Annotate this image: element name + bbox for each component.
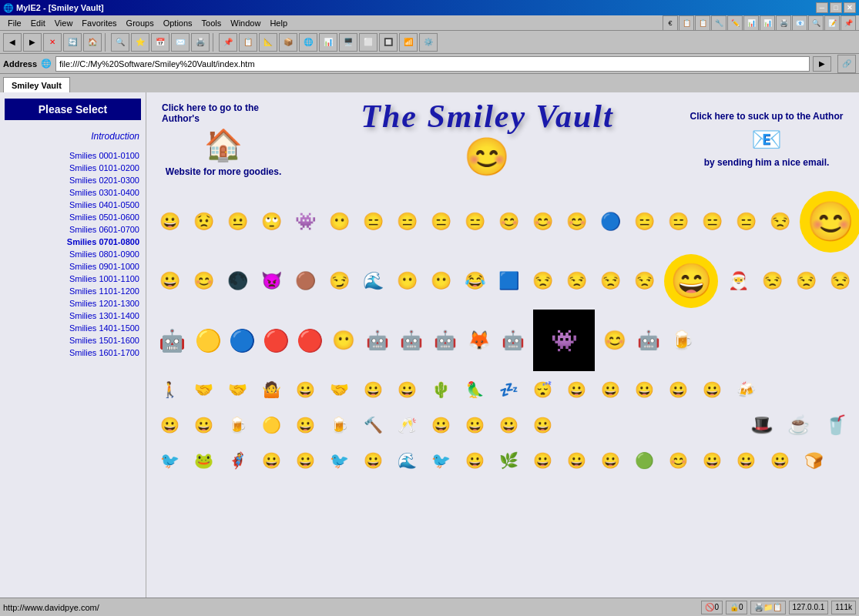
bird-006[interactable]: 🐦 xyxy=(322,444,356,477)
menu-tools[interactable]: Tools xyxy=(197,17,226,29)
char-012[interactable]: 😊 xyxy=(598,323,632,357)
smiley-116[interactable]: 🎅 xyxy=(721,264,755,298)
smiley-105[interactable]: 🟤 xyxy=(288,264,322,298)
sidebar-intro-link[interactable]: Introduction xyxy=(0,128,146,145)
large-smiley-1[interactable]: 😊 xyxy=(800,191,859,253)
anim-014[interactable]: 😀 xyxy=(593,373,627,407)
print-button[interactable]: 🖨️ xyxy=(191,33,210,52)
extra-btn-3[interactable]: 📐 xyxy=(259,33,277,52)
forward-button[interactable]: ▶ xyxy=(23,33,42,52)
bird-015[interactable]: 🟢 xyxy=(627,444,661,477)
address-input[interactable] xyxy=(55,56,810,72)
sidebar-link-0301[interactable]: Smilies 0301-0400 xyxy=(0,186,146,199)
anim-012[interactable]: 😴 xyxy=(525,373,559,407)
sidebar-link-0801[interactable]: Smilies 0801-0900 xyxy=(0,248,146,260)
smiley-117[interactable]: 😒 xyxy=(755,264,789,298)
minimize-button[interactable]: ─ xyxy=(816,2,828,13)
smiley-009[interactable]: 😑 xyxy=(424,205,458,239)
extra-btn-1[interactable]: 📌 xyxy=(219,33,237,52)
char-011[interactable]: 🤖 xyxy=(496,323,530,357)
author-site-link[interactable]: Click here to go to the Author's xyxy=(162,102,285,124)
smiley-016[interactable]: 😑 xyxy=(661,205,695,239)
extra-btn-4[interactable]: 📦 xyxy=(279,33,297,52)
anim-006[interactable]: 🤝 xyxy=(322,373,356,407)
anim-013[interactable]: 😀 xyxy=(559,373,593,407)
anim-009[interactable]: 🌵 xyxy=(424,373,458,407)
anim-010[interactable]: 🦜 xyxy=(458,373,492,407)
sidebar-link-0201[interactable]: Smilies 0201-0300 xyxy=(0,174,146,186)
toolbar-icon-6[interactable]: 📊 xyxy=(743,15,759,31)
obj-007[interactable]: 🔨 xyxy=(356,408,390,442)
menu-options[interactable]: Options xyxy=(159,17,197,29)
sidebar-link-1001[interactable]: Smilies 1001-1100 xyxy=(0,273,146,285)
smiley-003[interactable]: 😐 xyxy=(220,205,254,239)
author-email-link[interactable]: Click here to suck up to the Author xyxy=(690,111,844,122)
char-006[interactable]: 😶 xyxy=(327,323,361,357)
extra-btn-10[interactable]: 📶 xyxy=(399,33,418,52)
obj-002[interactable]: 😀 xyxy=(186,408,220,442)
anim-004[interactable]: 🤷 xyxy=(254,373,288,407)
sidebar-link-0701[interactable]: Smilies 0701-0800 xyxy=(0,236,146,248)
menu-favorites[interactable]: Favorites xyxy=(77,17,121,29)
anim-008[interactable]: 😀 xyxy=(390,373,424,407)
char-004[interactable]: 🔴 xyxy=(259,323,293,357)
smiley-102[interactable]: 😊 xyxy=(186,264,220,298)
obj-009[interactable]: 😀 xyxy=(424,408,458,442)
extra-btn-6[interactable]: 📊 xyxy=(319,33,337,52)
menu-edit[interactable]: Edit xyxy=(26,17,50,29)
sidebar-link-1301[interactable]: Smilies 1301-1400 xyxy=(0,310,146,322)
bird-020[interactable]: 🍞 xyxy=(797,444,830,477)
anim-001[interactable]: 🚶 xyxy=(153,373,186,407)
sidebar-link-1101[interactable]: Smilies 1101-1200 xyxy=(0,285,146,297)
anim-017[interactable]: 😀 xyxy=(695,373,729,407)
smiley-113[interactable]: 😒 xyxy=(559,264,593,298)
sidebar-link-0401[interactable]: Smilies 0401-0500 xyxy=(0,199,146,211)
go-button[interactable]: ▶ xyxy=(813,56,831,72)
extra-btn-2[interactable]: 📋 xyxy=(239,33,257,52)
smiley-007[interactable]: 😑 xyxy=(356,205,390,239)
game-box[interactable]: 👾 xyxy=(533,310,595,371)
links-btn[interactable]: 🔗 xyxy=(837,55,856,73)
anim-002[interactable]: 🤝 xyxy=(186,373,220,407)
anim-003[interactable]: 🤝 xyxy=(220,373,254,407)
bird-007[interactable]: 😀 xyxy=(356,444,390,477)
refresh-button[interactable]: 🔄 xyxy=(63,33,82,52)
bird-017[interactable]: 😀 xyxy=(695,444,729,477)
bird-009[interactable]: 🐦 xyxy=(424,444,458,477)
char-002[interactable]: 🟡 xyxy=(191,323,225,357)
bird-010[interactable]: 😀 xyxy=(458,444,492,477)
can-icon[interactable]: 🥤 xyxy=(819,408,853,442)
char-005[interactable]: 🔴 xyxy=(293,323,327,357)
smiley-107[interactable]: 🌊 xyxy=(356,264,390,298)
smiley-017[interactable]: 😑 xyxy=(695,205,729,239)
search-button[interactable]: 🔍 xyxy=(111,33,129,52)
smiley-001[interactable]: 😀 xyxy=(153,205,186,239)
bird-004[interactable]: 😀 xyxy=(254,444,288,477)
smiley-109[interactable]: 😶 xyxy=(424,264,458,298)
smiley-002[interactable]: 😟 xyxy=(186,205,220,239)
obj-006[interactable]: 🍺 xyxy=(322,408,356,442)
back-button[interactable]: ◀ xyxy=(3,33,22,52)
obj-005[interactable]: 😀 xyxy=(288,408,322,442)
smiley-101[interactable]: 😀 xyxy=(153,264,186,298)
obj-010[interactable]: 😀 xyxy=(458,408,492,442)
extra-btn-5[interactable]: 🌐 xyxy=(299,33,317,52)
toolbar-icon-4[interactable]: 🔧 xyxy=(711,15,726,31)
smiley-015[interactable]: 😑 xyxy=(627,205,661,239)
char-001[interactable]: 🤖 xyxy=(153,321,191,360)
toolbar-icon-7[interactable]: 📊 xyxy=(760,15,775,31)
anim-011[interactable]: 💤 xyxy=(492,373,525,407)
maximize-button[interactable]: □ xyxy=(830,2,842,13)
obj-011[interactable]: 😀 xyxy=(492,408,525,442)
bird-014[interactable]: 😀 xyxy=(593,444,627,477)
sidebar-link-1501[interactable]: Smilies 1501-1600 xyxy=(0,334,146,346)
menu-file[interactable]: File xyxy=(3,17,26,29)
smiley-108[interactable]: 😶 xyxy=(390,264,424,298)
obj-012[interactable]: 😀 xyxy=(525,408,559,442)
char-010[interactable]: 🦊 xyxy=(462,323,496,357)
sidebar-link-0901[interactable]: Smilies 0901-1000 xyxy=(0,260,146,273)
smiley-008[interactable]: 😑 xyxy=(390,205,424,239)
bird-003[interactable]: 🦸 xyxy=(220,444,254,477)
smiley-118[interactable]: 😒 xyxy=(789,264,823,298)
menu-groups[interactable]: Groups xyxy=(122,17,159,29)
